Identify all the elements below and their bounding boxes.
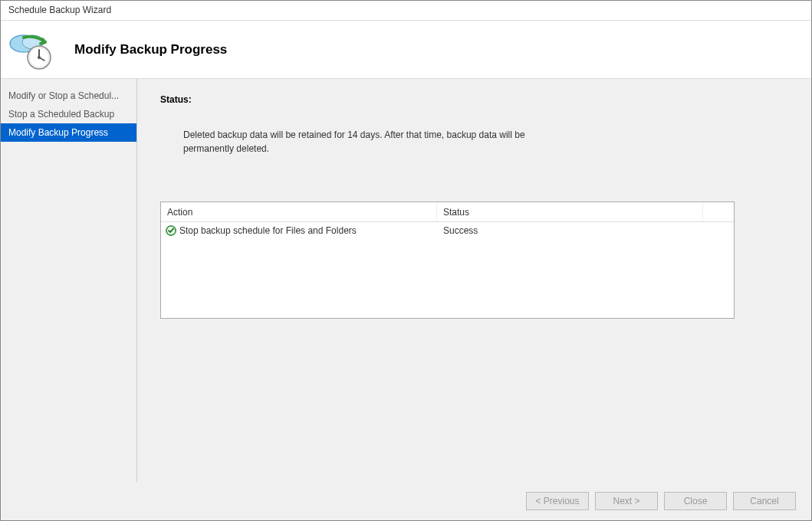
progress-table: Action Status Stop backup schedule for F… (160, 202, 735, 319)
table-row[interactable]: Stop backup schedule for Files and Folde… (161, 222, 734, 239)
row-action-cell: Stop backup schedule for Files and Folde… (161, 225, 437, 236)
page-title: Modify Backup Progress (74, 42, 227, 57)
status-label: Status: (160, 94, 788, 105)
table-header: Action Status (161, 202, 734, 222)
sidebar-item-modify-progress[interactable]: Modify Backup Progress (1, 123, 136, 142)
row-status-cell: Success (437, 225, 734, 236)
sidebar-item-modify-stop[interactable]: Modify or Stop a Schedul... (1, 87, 136, 105)
sidebar-item-stop-scheduled[interactable]: Stop a Scheduled Backup (1, 105, 136, 123)
content-area: Status: Deleted backup data will be reta… (137, 79, 811, 482)
window-title: Schedule Backup Wizard (1, 1, 811, 21)
previous-button[interactable]: < Previous (526, 492, 589, 510)
svg-point-6 (38, 56, 41, 59)
success-check-icon (166, 225, 176, 236)
status-description: Deleted backup data will be retained for… (183, 128, 551, 156)
column-header-status[interactable]: Status (437, 202, 703, 221)
next-button[interactable]: Next > (595, 492, 658, 510)
wizard-footer: < Previous Next > Close Cancel (1, 482, 811, 520)
cancel-button[interactable]: Cancel (733, 492, 796, 510)
row-action-text: Stop backup schedule for Files and Folde… (179, 225, 357, 236)
wizard-steps-sidebar: Modify or Stop a Schedul... Stop a Sched… (1, 79, 137, 482)
close-button[interactable]: Close (664, 492, 727, 510)
backup-icon (8, 28, 51, 71)
column-header-action[interactable]: Action (161, 202, 437, 221)
wizard-header: Modify Backup Progress (1, 21, 811, 79)
